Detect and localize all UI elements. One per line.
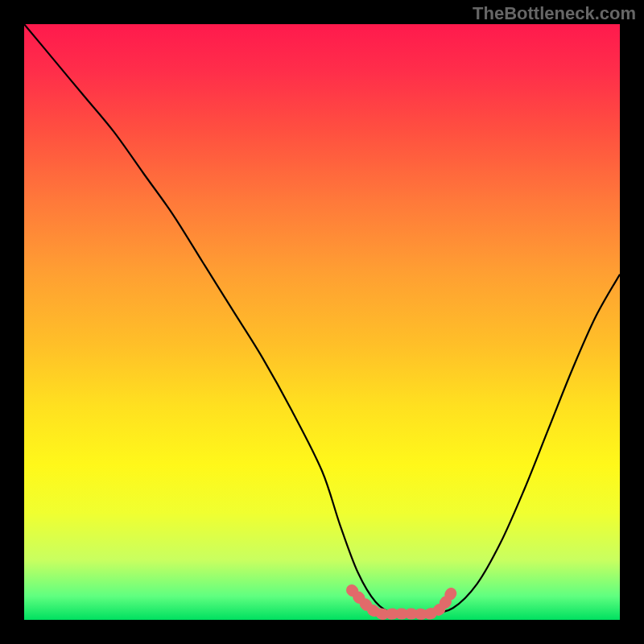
plot-area <box>24 24 620 620</box>
chart-svg <box>24 24 620 620</box>
watermark-text: TheBottleneck.com <box>473 3 636 24</box>
sweet-spot-path <box>352 590 453 614</box>
bottleneck-curve-path <box>24 24 620 615</box>
